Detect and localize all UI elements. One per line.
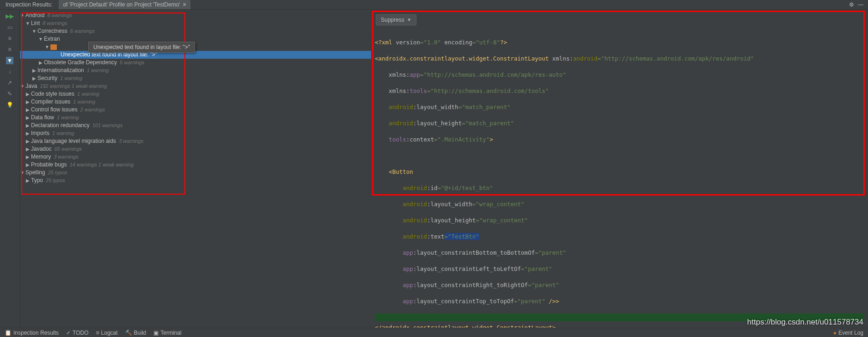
- node-javadoc[interactable]: Javadoc65 warnings: [20, 145, 371, 153]
- node-correctness[interactable]: Correctness6 warnings: [20, 27, 371, 35]
- expand-icon[interactable]: ≡: [6, 35, 13, 42]
- build-icon: 🔨: [125, 330, 132, 336]
- tab-inspection-results[interactable]: 📋Inspection Results: [5, 330, 59, 336]
- filter-icon[interactable]: ▼: [6, 57, 13, 64]
- node-security[interactable]: Security1 warning: [20, 74, 371, 82]
- suppress-button[interactable]: Suppress ▼: [376, 14, 416, 25]
- node-selected-issue[interactable]: Unexpected text found in layout file: ">…: [20, 51, 371, 59]
- node-spelling[interactable]: Spelling25 typos: [20, 169, 371, 177]
- code-area: <?xml version="1.0" encoding="utf-8"?> <…: [371, 27, 868, 337]
- bulb-icon[interactable]: 💡: [6, 101, 13, 109]
- node-java-lang[interactable]: Java language level migration aids3 warn…: [20, 137, 371, 145]
- profile-tab[interactable]: of 'Project Default' Profile on Project …: [59, 0, 190, 9]
- node-lint[interactable]: Lint8 warnings: [20, 19, 371, 27]
- node-extran[interactable]: Extran: [20, 35, 371, 43]
- inspection-icon: 📋: [5, 330, 12, 336]
- minimize-icon[interactable]: —: [857, 1, 864, 8]
- tab-todo[interactable]: ✓TODO: [66, 330, 88, 336]
- watermark-text: https://blog.csdn.net/u011578734: [747, 318, 863, 327]
- close-icon[interactable]: ×: [183, 1, 186, 8]
- node-probable[interactable]: Probable bugs14 warnings 1 weak warning: [20, 161, 371, 169]
- node-android[interactable]: Android8 warnings: [20, 12, 371, 19]
- terminal-icon: ▣: [153, 330, 159, 336]
- list-icon[interactable]: ▭: [6, 24, 13, 31]
- suppress-label: Suppress: [381, 17, 404, 23]
- node-control-flow[interactable]: Control flow issues2 warnings: [20, 106, 371, 114]
- tab-build[interactable]: 🔨Build: [125, 330, 147, 336]
- todo-icon: ✓: [66, 330, 71, 336]
- node-typo[interactable]: Typo25 typos: [20, 177, 371, 184]
- issue-tooltip: Unexpected text found in layout file: ">…: [88, 42, 195, 53]
- node-data-flow[interactable]: Data flow1 warning: [20, 114, 371, 122]
- node-file[interactable]: [20, 43, 371, 51]
- tab-terminal[interactable]: ▣Terminal: [153, 330, 181, 336]
- up-icon[interactable]: ↗: [6, 79, 13, 86]
- gear-icon[interactable]: ⚙: [848, 1, 855, 8]
- node-compiler[interactable]: Compiler issues1 warning: [20, 98, 371, 106]
- inspection-tree: Android8 warnings Lint8 warnings Correct…: [20, 10, 371, 337]
- xml-file-icon: [50, 44, 57, 50]
- node-code-style[interactable]: Code style issues1 warning: [20, 90, 371, 98]
- code-preview-panel: Suppress ▼ <?xml version="1.0" encoding=…: [371, 10, 868, 337]
- top-bar: Inspection Results: of 'Project Default'…: [0, 0, 868, 10]
- node-decl-red[interactable]: Declaration redundancy101 warnings: [20, 122, 371, 129]
- collapse-icon[interactable]: ≡: [6, 46, 13, 53]
- down-icon[interactable]: ↓: [6, 68, 13, 75]
- tab-event-log[interactable]: ●Event Log: [833, 330, 863, 336]
- node-memory[interactable]: Memory3 warnings: [20, 153, 371, 161]
- node-obsolete[interactable]: Obsolete Gradle Dependency5 warnings: [20, 59, 371, 67]
- status-bar: 📋Inspection Results ✓TODO ≡Logcat 🔨Build…: [0, 328, 868, 337]
- event-log-icon: ●: [833, 330, 837, 336]
- wrench-icon[interactable]: ✎: [6, 90, 13, 98]
- tool-gutter: ▶▶ ▭ ≡ ≡ ▼ ↓ ↗ ✎ 💡: [0, 10, 20, 337]
- chevron-down-icon: ▼: [407, 18, 411, 22]
- node-java[interactable]: Java192 warnings 1 weak warning: [20, 82, 371, 90]
- logcat-icon: ≡: [96, 330, 99, 336]
- inspection-results-title: Inspection Results:: [4, 0, 54, 9]
- profile-tab-label: of 'Project Default' Profile on Project …: [63, 1, 180, 8]
- node-imports[interactable]: Imports1 warning: [20, 129, 371, 137]
- node-intl[interactable]: Internationalization1 warning: [20, 67, 371, 74]
- run-icon[interactable]: ▶▶: [6, 12, 13, 20]
- tab-logcat[interactable]: ≡Logcat: [96, 330, 118, 336]
